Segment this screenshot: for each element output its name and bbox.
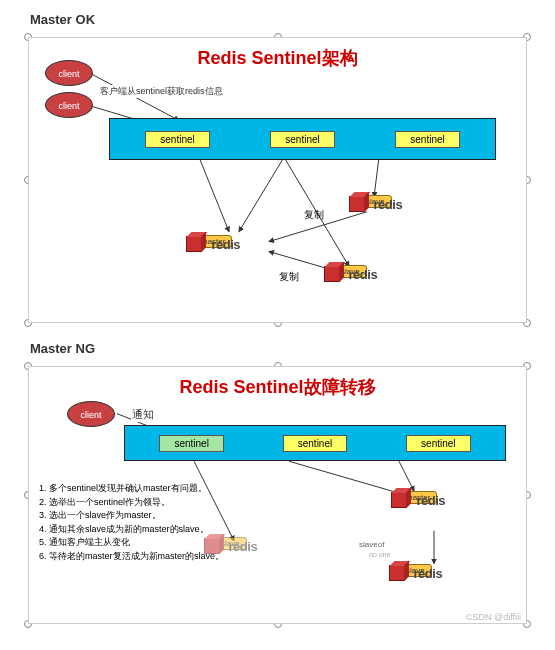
client-annotation: 客户端从sentinel获取redis信息 xyxy=(99,85,224,98)
redis-icon xyxy=(324,263,346,285)
svg-line-11 xyxy=(399,461,414,491)
redis-label: redis xyxy=(349,267,378,282)
redis-label: redis xyxy=(211,237,240,252)
redis-label: redis xyxy=(229,539,258,554)
step-item: 3. 选出一个slave作为master。 xyxy=(39,509,224,523)
sentinel-cluster: sentinel sentinel sentinel xyxy=(124,425,506,461)
redis-old-master: redis slave xyxy=(214,535,247,550)
diagram-architecture: Redis Sentinel架构 client client 客户端从senti… xyxy=(28,37,527,323)
diagram-title: Redis Sentinel故障转移 xyxy=(29,375,526,399)
section-title-ok: Master OK xyxy=(30,12,555,27)
client-node: client xyxy=(45,60,93,86)
svg-line-3 xyxy=(239,157,284,231)
diagram-failover: Redis Sentinel故障转移 client 通知 sentinel se… xyxy=(28,366,527,624)
redis-label: redis xyxy=(374,197,403,212)
step-item: 4. 通知其余slave成为新的master的slave。 xyxy=(39,523,224,537)
step-item: 2. 选举出一个sentinel作为领导。 xyxy=(39,496,224,510)
client-node: client xyxy=(67,401,115,427)
step-item: 1. 多个sentinel发现并确认master有问题。 xyxy=(39,482,224,496)
notify-label: 通知 xyxy=(131,407,155,422)
redis-slave-node: redis slave xyxy=(399,562,432,577)
diagram-title: Redis Sentinel架构 xyxy=(29,46,526,70)
slaveof-label: slaveof xyxy=(359,540,384,549)
section-title-ng: Master NG xyxy=(30,341,555,356)
noone-label: no one xyxy=(369,551,390,558)
replication-label: 复制 xyxy=(279,270,299,284)
sentinel-box: sentinel xyxy=(406,435,470,452)
redis-slave-node: redis slave xyxy=(334,263,367,278)
redis-label: redis xyxy=(414,566,443,581)
watermark: CSDN @diffiii xyxy=(466,612,521,622)
sentinel-box-leader: sentinel xyxy=(159,435,223,452)
diagram1-selection[interactable]: Redis Sentinel架构 client client 客户端从senti… xyxy=(28,37,527,323)
step-item: 6. 等待老的master复活成为新master的slave。 xyxy=(39,550,224,564)
sentinel-box: sentinel xyxy=(270,131,334,148)
replication-label: 复制 xyxy=(304,208,324,222)
sentinel-cluster: sentinel sentinel sentinel xyxy=(109,118,496,160)
redis-new-master: redis master xyxy=(399,489,437,504)
redis-label: redis xyxy=(416,493,445,508)
redis-icon xyxy=(391,489,413,511)
failover-steps: 1. 多个sentinel发现并确认master有问题。 2. 选举出一个sen… xyxy=(39,482,224,563)
svg-line-2 xyxy=(199,157,229,231)
redis-master-node: redis master xyxy=(194,233,232,248)
redis-icon xyxy=(186,233,208,255)
client-node: client xyxy=(45,92,93,118)
step-item: 5. 通知客户端主从变化 xyxy=(39,536,224,550)
svg-line-5 xyxy=(374,157,379,197)
redis-icon xyxy=(349,193,371,215)
redis-icon xyxy=(389,562,411,584)
sentinel-box: sentinel xyxy=(283,435,347,452)
sentinel-box: sentinel xyxy=(395,131,459,148)
redis-icon xyxy=(204,535,226,557)
sentinel-box: sentinel xyxy=(145,131,209,148)
diagram2-selection[interactable]: Redis Sentinel故障转移 client 通知 sentinel se… xyxy=(28,366,527,624)
redis-slave-node: redis slave xyxy=(359,193,392,208)
